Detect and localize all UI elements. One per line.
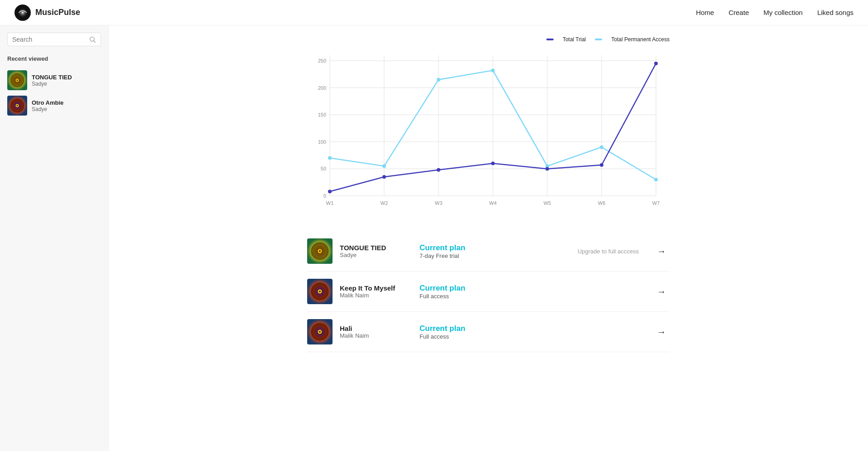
track-card: HaliMalik NaimCurrent planFull access→ xyxy=(307,312,670,352)
recent-thumb xyxy=(7,70,27,90)
plan-sub: 7-day Free trial xyxy=(420,252,570,259)
nav-create[interactable]: Create xyxy=(728,9,749,16)
recent-viewed-label: Recent viewed xyxy=(7,55,101,62)
sidebar: Recent viewed TONGUE TIEDSadyeOtro Ambie… xyxy=(0,25,109,451)
track-name: Keep It To Myself xyxy=(340,284,412,292)
recent-artist: Sadye xyxy=(32,81,72,87)
recent-thumb xyxy=(7,96,27,116)
track-artist: Sadye xyxy=(340,252,412,258)
line-chart xyxy=(307,46,670,218)
track-artist: Malik Naim xyxy=(340,332,412,339)
main-content: Total Trial Total Permanent Access TONGU… xyxy=(109,25,868,451)
track-artist: Malik Naim xyxy=(340,292,412,299)
nav-links: Home Create My collection Liked songs xyxy=(696,9,854,16)
navbar: MusicPulse Home Create My collection Lik… xyxy=(0,0,868,25)
search-input[interactable] xyxy=(12,36,89,43)
logo-icon xyxy=(14,5,31,21)
recent-item[interactable]: TONGUE TIEDSadye xyxy=(7,68,101,93)
legend-trial-label: Total Trial xyxy=(563,36,586,43)
chart-legend: Total Trial Total Permanent Access xyxy=(307,36,670,43)
plan-sub: Full access xyxy=(420,333,646,340)
track-thumb xyxy=(307,319,333,344)
recent-item[interactable]: Otro AmbieSadye xyxy=(7,93,101,118)
plan-label: Current plan xyxy=(420,324,646,333)
plan-label: Current plan xyxy=(420,243,570,252)
search-box[interactable] xyxy=(7,33,101,46)
legend-access-label: Total Permanent Access xyxy=(611,36,670,43)
track-arrow-button[interactable]: → xyxy=(653,324,670,340)
search-icon xyxy=(89,36,96,43)
recent-info: Otro AmbieSadye xyxy=(32,99,63,112)
track-card: Keep It To MyselfMalik NaimCurrent planF… xyxy=(307,272,670,312)
recent-title: Otro Ambie xyxy=(32,99,63,106)
svg-point-3 xyxy=(90,37,94,41)
logo: MusicPulse xyxy=(14,5,80,21)
svg-line-4 xyxy=(94,41,96,43)
track-list: TONGUE TIEDSadyeCurrent plan7-day Free t… xyxy=(307,231,670,352)
recent-artist: Sadye xyxy=(32,106,63,112)
brand-name: MusicPulse xyxy=(35,8,80,17)
track-info: Keep It To MyselfMalik Naim xyxy=(340,284,412,299)
recent-info: TONGUE TIEDSadye xyxy=(32,74,72,87)
track-plan: Current planFull access xyxy=(420,284,646,300)
track-info: HaliMalik Naim xyxy=(340,325,412,339)
plan-sub: Full access xyxy=(420,293,646,300)
upgrade-link[interactable]: Upgrade to full acccess xyxy=(578,248,639,255)
nav-collection[interactable]: My collection xyxy=(763,9,803,16)
svg-point-2 xyxy=(22,12,24,14)
track-arrow-button[interactable]: → xyxy=(653,243,670,259)
legend-trial-dot xyxy=(546,39,554,40)
nav-liked[interactable]: Liked songs xyxy=(817,9,854,16)
recent-title: TONGUE TIED xyxy=(32,74,72,81)
nav-home[interactable]: Home xyxy=(696,9,714,16)
track-name: Hali xyxy=(340,325,412,332)
plan-label: Current plan xyxy=(420,284,646,293)
track-plan: Current planFull access xyxy=(420,324,646,340)
track-thumb xyxy=(307,279,333,304)
track-info: TONGUE TIEDSadye xyxy=(340,244,412,258)
track-card: TONGUE TIEDSadyeCurrent plan7-day Free t… xyxy=(307,231,670,272)
track-arrow-button[interactable]: → xyxy=(653,283,670,300)
track-thumb xyxy=(307,238,333,264)
track-name: TONGUE TIED xyxy=(340,244,412,252)
recent-list: TONGUE TIEDSadyeOtro AmbieSadye xyxy=(7,68,101,118)
chart-container: Total Trial Total Permanent Access xyxy=(307,36,670,220)
track-plan: Current plan7-day Free trial xyxy=(420,243,570,259)
legend-access-dot xyxy=(595,39,602,40)
